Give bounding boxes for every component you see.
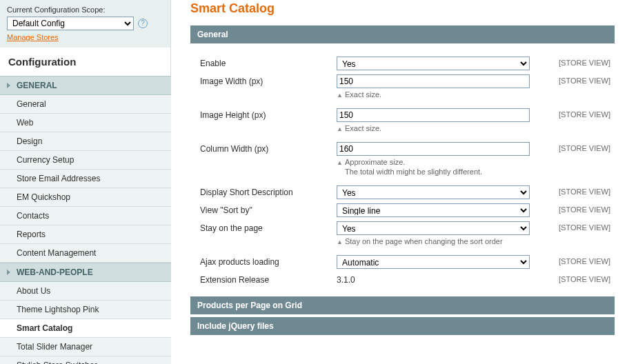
scope-tag: [STORE VIEW] [534,221,615,232]
nav-item[interactable]: Stylish Store Switcher [0,356,171,364]
short-desc-select[interactable]: Yes [337,185,530,199]
sort-by-select[interactable]: Single line [337,203,530,217]
main-content: Smart Catalog General Enable Yes [STORE … [171,0,627,364]
nav-item[interactable]: Reports [0,225,171,244]
nav-item[interactable]: Smart Catalog [0,319,171,338]
sidebar: Current Configuration Scope: Default Con… [0,0,171,364]
image-height-label: Image Height (px) [190,108,337,120]
image-width-label: Image Width (px) [190,74,337,86]
nav-item[interactable]: Total Slider Manager [0,338,171,356]
nav-section-head[interactable]: GENERAL [0,76,171,95]
nav-item[interactable]: EM Quickshop [0,188,171,207]
section-ppg-header[interactable]: Products per Page on Grid [190,296,615,314]
nav-item[interactable]: Contacts [0,207,171,225]
nav-item[interactable]: About Us [0,282,171,301]
short-desc-label: Display Short Description [190,185,337,197]
section-general-header[interactable]: General [190,26,615,43]
nav-item[interactable]: Currency Setup [0,151,171,170]
stay-select[interactable]: Yes [337,221,530,235]
manage-stores-link[interactable]: Manage Stores [7,33,59,41]
scope-tag: [STORE VIEW] [534,108,615,119]
column-width-input[interactable] [337,142,530,156]
sort-by-label: View "Sort by" [190,203,337,215]
scope-tag: [STORE VIEW] [534,74,615,85]
nav-item[interactable]: Web [0,114,171,132]
nav-item[interactable]: Design [0,132,171,151]
enable-label: Enable [190,57,337,68]
scope-select[interactable]: Default Config [7,17,134,30]
release-label: Extension Release [190,273,337,285]
image-height-input[interactable] [337,108,530,122]
scope-tag: [STORE VIEW] [534,57,615,67]
scope-tag: [STORE VIEW] [534,255,615,265]
nav-section-head[interactable]: WEB-AND-PEOPLE [0,263,171,282]
column-width-label: Column Width (px) [190,142,337,154]
triangle-up-icon: ▲ [337,239,343,245]
nav-item[interactable]: General [0,95,171,114]
image-width-input[interactable] [337,74,530,88]
section-jquery-header[interactable]: Include jQuery files [190,317,615,335]
scope-tag: [STORE VIEW] [534,142,615,152]
help-icon[interactable]: ? [138,19,148,28]
triangle-up-icon: ▲ [337,92,343,99]
stay-label: Stay on the page [190,221,337,233]
nav-item[interactable]: Theme Lightshop Pink [0,301,171,319]
page-title: Smart Catalog [190,1,615,16]
scope-block: Current Configuration Scope: Default Con… [0,0,171,48]
triangle-up-icon: ▲ [337,125,343,132]
scope-tag: [STORE VIEW] [534,185,615,196]
ajax-label: Ajax products loading [190,255,337,267]
scope-tag: [STORE VIEW] [534,273,615,283]
scope-label: Current Configuration Scope: [7,6,163,14]
config-title: Configuration [0,48,171,76]
release-value: 3.1.0 [337,273,530,285]
enable-select[interactable]: Yes [337,57,530,70]
triangle-up-icon: ▲ [337,159,343,166]
ajax-select[interactable]: Automatic [337,255,530,269]
nav-item[interactable]: Content Management [0,244,171,263]
scope-tag: [STORE VIEW] [534,203,615,214]
nav-item[interactable]: Store Email Addresses [0,170,171,188]
